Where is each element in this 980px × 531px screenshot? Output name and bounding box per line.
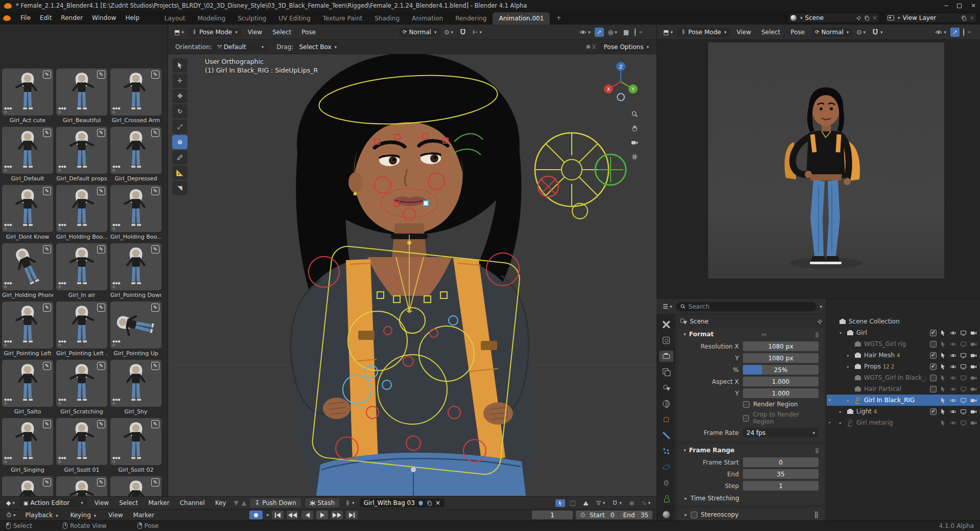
asset-item[interactable]: ✎ ◆▪◆◇ Girl_Holding Boo... [56,185,107,240]
disable-render-icon[interactable] [970,420,977,426]
asset-item[interactable]: ✎ ◆▪◆◇ Girl_Depressed [110,127,161,182]
outliner-row[interactable]: Scene Collection [827,316,980,327]
timeline-menu-item[interactable]: View [104,510,127,520]
snap-icon[interactable]: ▾ [870,28,885,37]
exclude-checkbox[interactable] [930,386,937,393]
asset-thumbnail[interactable]: ✎ ◆▪◆◇ [56,360,107,407]
camera-render-region[interactable] [708,42,944,279]
orientation-dropdown[interactable]: ⤱Default▾ [214,42,267,52]
edit-asset-icon[interactable]: ✎ [151,304,159,312]
stash-button[interactable]: Stash [305,498,340,508]
asset-thumbnail[interactable]: ✎ ◆▪◆◇ [110,185,161,232]
expander-icon[interactable] [847,364,852,369]
transform-tool[interactable]: ⊕ [172,135,188,149]
edit-asset-icon[interactable]: ✎ [97,245,105,253]
shading-rendered-icon[interactable] [649,31,652,33]
format-panel-header[interactable]: ▾Format ≔⣿ [679,328,824,340]
preview-orientation[interactable]: ⟳Normal▾ [811,28,852,37]
time-stretching-section[interactable]: ▸Time Stretching [679,492,824,505]
start-frame-field[interactable]: Start 0 [590,512,614,519]
property-field[interactable]: 1.000 [743,377,819,386]
hide-viewport-icon[interactable] [950,420,956,426]
shading-material-icon[interactable] [644,31,647,33]
workspace-tab[interactable]: Texture Paint [317,12,368,25]
mirror-x-icon[interactable]: X [584,42,598,52]
disable-viewport-icon[interactable] [960,420,967,426]
asset-thumbnail[interactable]: ✎ ◆▪◆◇ [110,360,161,407]
disable-viewport-icon[interactable] [960,341,967,348]
disable-render-icon[interactable] [970,341,977,348]
asset-item[interactable]: ✎ ◆▪◆◇ Girl_Default props [56,127,107,182]
dopesheet-menu-item[interactable]: Marker [144,498,174,508]
selectable-icon[interactable] [940,375,946,381]
editor-type-icon[interactable]: ▾ [4,511,18,519]
edit-asset-icon[interactable]: ✎ [151,187,159,195]
asset-item[interactable]: ✎ ◆▪◆◇ Girl_Salto [2,360,53,415]
selectable-icon[interactable] [940,397,946,404]
outliner-row[interactable]: Girl metarig [827,417,980,428]
selectable-icon[interactable] [940,420,946,426]
editor-type-icon[interactable]: ◆▾ [4,498,17,507]
asset-thumbnail[interactable]: ✎ ◆▪◆◇ [110,68,161,116]
outliner-row[interactable]: Hair Partical [827,383,980,395]
view-layer-selector[interactable]: ▾ View Layer × [885,13,977,23]
play-button[interactable] [316,511,328,519]
asset-thumbnail[interactable]: ✎ ◆▪◆◇ [56,243,107,290]
mode-selector[interactable]: Pose Mode▾ [188,28,241,37]
tab-render[interactable] [659,335,673,346]
asset-thumbnail[interactable]: ✎ ◆▪◆◇ [110,418,161,465]
stereoscopy-section[interactable]: ▸ Stereoscopy ⣿ [679,508,824,521]
scene-selector[interactable]: ▾ Scene × [788,13,880,23]
asset-item[interactable]: ✎ ◆▪◆◇ Girl_Ssstt 01 [56,418,107,473]
fake-user-icon[interactable] [418,500,424,506]
copy-view-layer-icon[interactable] [961,15,967,21]
edit-asset-icon[interactable]: ✎ [151,420,159,428]
pivot-point-icon[interactable]: ⊙▾ [854,28,868,37]
preview-menu-item[interactable]: Pose [786,27,809,37]
gizmos-toggle-icon[interactable]: ↗ [950,28,960,37]
edit-asset-icon[interactable]: ✎ [43,304,51,312]
minimize-button[interactable]: ─ [944,2,948,9]
edit-asset-icon[interactable]: ✎ [151,245,159,253]
hide-viewport-icon[interactable] [950,363,956,370]
exclude-checkbox[interactable] [930,375,937,381]
edit-asset-icon[interactable]: ✎ [97,478,105,487]
editor-type-icon[interactable]: ☰▾ [661,302,674,311]
overlays-icon[interactable]: ◎▾ [606,28,619,37]
snap-icon[interactable] [457,28,469,37]
zoom-icon[interactable] [631,110,638,118]
visibility-icon[interactable]: ▾ [577,28,593,37]
expander-icon[interactable] [839,409,845,414]
asset-item[interactable]: ✎ ◆▪◆◇ Girl_Pointing Left ... [56,302,107,357]
workspace-tab[interactable]: Animation.001 [493,12,550,25]
hide-viewport-icon[interactable] [950,330,956,336]
exclude-checkbox[interactable] [930,352,937,359]
frame-rate-dropdown[interactable]: 24 fps ▾ [743,428,819,437]
box-select-icon[interactable]: ⬚ [568,498,578,507]
asset-thumbnail[interactable]: ✎ ◆▪◆◇ [2,127,53,174]
properties-search[interactable]: Search [676,302,816,311]
pivot-point-icon[interactable]: ⊙▾ [442,28,455,37]
asset-thumbnail[interactable]: ✎ ◆▪◆◇ [110,127,161,174]
scene-3d-character[interactable] [168,54,657,496]
selectable-icon[interactable] [940,363,946,370]
exclude-checkbox[interactable] [930,363,937,370]
presets-icon[interactable]: ≔ [761,332,767,337]
expander-icon[interactable] [839,421,845,425]
play-reverse-button[interactable] [301,511,313,519]
disable-render-icon[interactable] [970,386,977,393]
checkbox[interactable] [743,401,750,408]
current-frame-field[interactable]: 1 [532,511,573,519]
shading-wireframe-icon[interactable] [962,28,966,37]
selectable-icon[interactable] [940,341,946,348]
edit-asset-icon[interactable]: ✎ [43,362,51,370]
use-preview-range-icon[interactable] [580,512,586,518]
select-cursor-icon[interactable] [555,499,565,507]
asset-thumbnail[interactable]: ✎ ◆▪◆◇ [56,127,107,174]
edit-asset-icon[interactable]: ✎ [43,245,51,253]
push-down-button[interactable]: ↧ Push Down [249,498,301,508]
annotate-tool[interactable] [172,150,188,165]
hide-viewport-icon[interactable] [950,386,956,393]
viewport-canvas[interactable]: User Orthographic (1) Girl In Black_RIG … [168,54,657,496]
checkbox[interactable] [743,415,749,422]
